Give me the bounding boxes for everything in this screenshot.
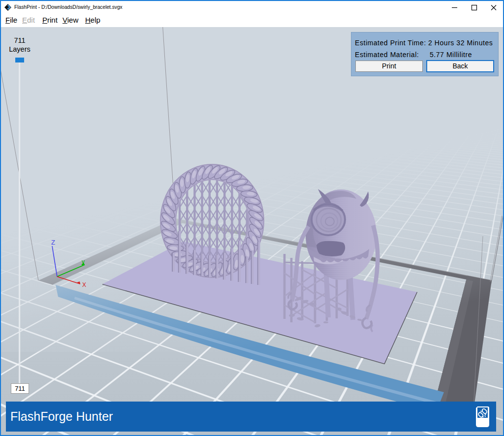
svg-text:X: X <box>82 281 86 288</box>
svg-text:y: y <box>82 258 85 265</box>
svg-text:Z: Z <box>51 239 55 246</box>
